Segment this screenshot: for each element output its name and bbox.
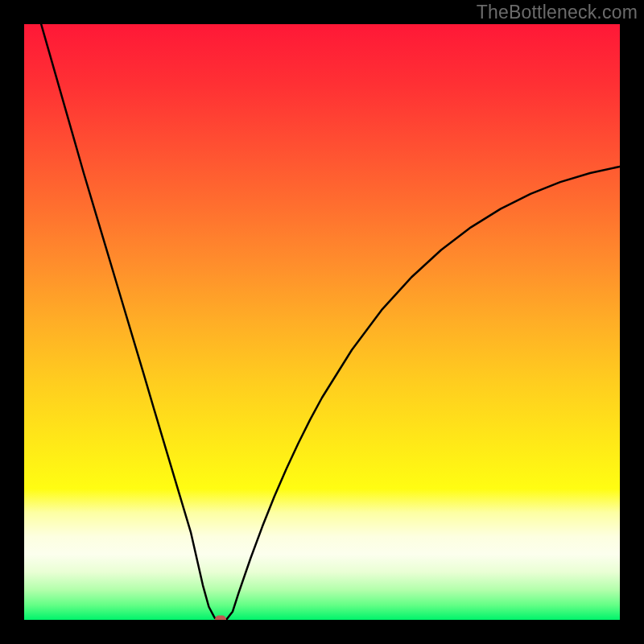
watermark-text: TheBottleneck.com — [477, 2, 638, 23]
bottleneck-curve — [24, 24, 620, 619]
plot-area — [24, 24, 620, 620]
optimal-marker — [215, 616, 226, 621]
chart-frame: TheBottleneck.com — [0, 0, 644, 644]
curve-svg — [24, 24, 620, 620]
